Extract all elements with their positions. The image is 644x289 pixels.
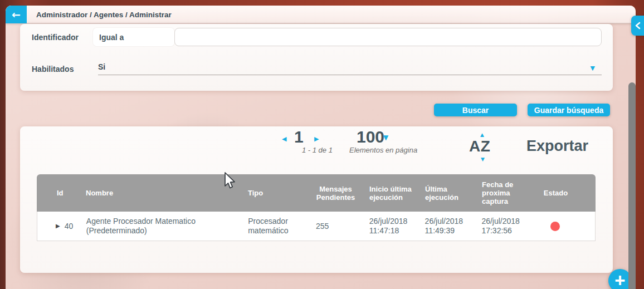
page-size-label: Elementos en página	[349, 146, 417, 154]
chevron-left-icon	[635, 22, 641, 30]
filter-panel: Identificador Igual a Habilitados Si ▼	[20, 24, 613, 91]
app-window: ← Administrador / Agentes / Administrar …	[6, 6, 636, 289]
vertical-scrollbar-thumb[interactable]	[628, 82, 636, 289]
cell-nombre: Agente Procesador Matematico (Predetermi…	[86, 212, 243, 241]
screen: ← Administrador / Agentes / Administrar …	[0, 0, 644, 289]
header-id: Id	[53, 174, 86, 212]
save-search-button[interactable]: Guardar búsqueda	[528, 104, 610, 116]
identifier-operator-select[interactable]: Igual a	[93, 28, 174, 46]
sort-asc-icon[interactable]: ▲	[480, 133, 484, 138]
header-inicio-ultima-ejecucion: Inicio última ejecución	[362, 174, 421, 212]
enabled-select[interactable]: Si ▼	[98, 61, 602, 75]
table-row[interactable]: ▶ 40 Agente Procesador Matematico (Prede…	[37, 212, 596, 241]
next-page-icon[interactable]: ▶	[314, 136, 319, 142]
sort-desc-icon[interactable]: ▼	[481, 157, 485, 162]
current-page: 1	[294, 129, 304, 145]
cell-inicio-ultima-ejecucion: 26/jul/2018 11:47:18	[362, 212, 421, 241]
identifier-input[interactable]	[174, 28, 602, 46]
table-header-row: Id Nombre Tipo Mensajes Pendientes Inici…	[37, 174, 596, 212]
header-estado: Estado	[529, 174, 596, 212]
header-expander-spacer	[37, 174, 53, 212]
previous-page-icon[interactable]: ◀	[282, 136, 286, 142]
enabled-label: Habilitados	[32, 65, 74, 74]
breadcrumb: Administrador / Agentes / Administrar	[36, 6, 172, 23]
top-bar: ← Administrador / Agentes / Administrar	[6, 6, 636, 23]
cell-ultima-ejecucion: 26/jul/2018 11:49:39	[421, 212, 476, 241]
header-tipo: Tipo	[243, 174, 309, 212]
page-size-value[interactable]: 100	[357, 129, 384, 145]
cell-tipo: Procesador matemático	[243, 212, 309, 241]
cell-mensajes-pendientes: 255	[309, 212, 362, 241]
expand-row-icon[interactable]: ▶	[56, 223, 60, 229]
agents-table: Id Nombre Tipo Mensajes Pendientes Inici…	[37, 174, 596, 241]
export-button[interactable]: Exportar	[526, 139, 588, 154]
results-panel: ◀ 1 ▶ 1 - 1 de 1 100 ▼ Elementos en pági…	[20, 126, 613, 273]
enabled-value: Si	[98, 62, 105, 71]
page-range: 1 - 1 de 1	[302, 146, 333, 154]
header-mensajes-pendientes: Mensajes Pendientes	[309, 174, 362, 212]
status-badge	[550, 222, 560, 231]
collapse-panel-tab[interactable]	[631, 16, 644, 36]
header-ultima-ejecucion: Última ejecución	[421, 174, 476, 212]
header-nombre: Nombre	[86, 174, 243, 212]
back-button[interactable]: ←	[6, 6, 27, 23]
chevron-down-icon: ▼	[591, 65, 595, 71]
row-expander-spacer	[37, 212, 54, 241]
back-arrow-icon: ←	[12, 9, 21, 20]
cell-fecha-proxima-captura: 26/jul/2018 17:32:56	[476, 212, 529, 241]
sort-toggle[interactable]: AZ	[469, 139, 490, 154]
identifier-operator-value: Igual a	[99, 33, 124, 42]
cell-id: 40	[65, 222, 74, 231]
search-button[interactable]: Buscar	[434, 104, 517, 116]
header-fecha-proxima-captura: Fecha de proxima captura	[476, 174, 529, 212]
identifier-label: Identificador	[32, 33, 79, 42]
page-size-caret-icon[interactable]: ▼	[383, 134, 388, 141]
